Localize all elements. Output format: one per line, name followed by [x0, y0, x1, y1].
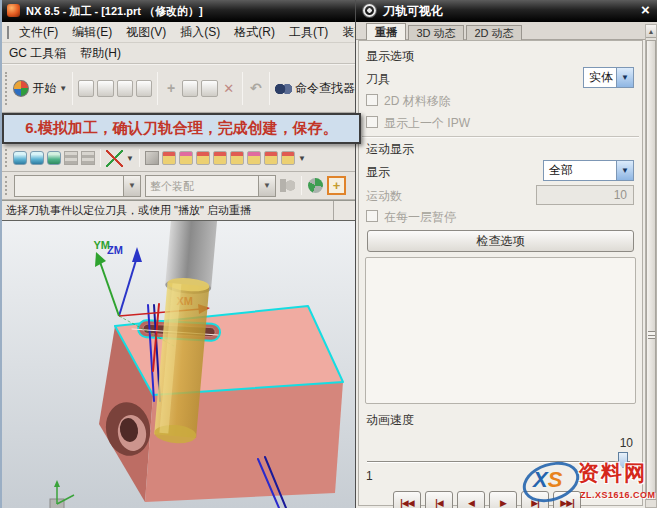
selection-bar: ▼ 整个装配 ▼ +	[2, 172, 355, 200]
generate-toolpath-icon[interactable]	[162, 151, 176, 165]
tool-display-combo[interactable]: 实体 ▼	[583, 67, 634, 88]
toolbar-grip[interactable]	[5, 176, 8, 195]
toolbar-grip[interactable]	[5, 72, 8, 105]
layers-icon[interactable]	[81, 151, 95, 165]
active-selection-icon[interactable]: +	[327, 176, 346, 195]
menu-item-format[interactable]: 格式(R)	[227, 22, 282, 43]
axis-label-ym: YM	[94, 239, 111, 251]
machine-csys-icon[interactable]	[106, 150, 123, 167]
delete-icon[interactable]: ✕	[221, 80, 237, 97]
nx-logo-icon	[7, 4, 20, 17]
snap-point-icon[interactable]	[280, 179, 295, 192]
non-cutting-moves-icon[interactable]	[230, 151, 244, 165]
tab-2d-dynamic[interactable]: 2D 动态	[466, 25, 522, 40]
menu-item-edit[interactable]: 编辑(E)	[65, 22, 119, 43]
checkbox-show-previous-ipw	[366, 116, 378, 128]
save-icon[interactable]	[117, 80, 133, 97]
workpiece-icon[interactable]	[145, 151, 159, 165]
group-animation-speed: 动画速度	[366, 412, 414, 429]
menu-item-insert[interactable]: 插入(S)	[173, 22, 227, 43]
label-pause-each-level: 在每一层暂停	[384, 209, 456, 226]
selection-filter-combo[interactable]: ▼	[14, 175, 141, 197]
go-to-start-button[interactable]: |◀◀	[393, 491, 421, 508]
command-finder-icon[interactable]	[275, 83, 292, 95]
feeds-speeds-icon[interactable]	[247, 151, 261, 165]
close-icon[interactable]: ×	[637, 2, 654, 19]
verify-toolpath-icon[interactable]	[47, 151, 61, 165]
cutting-params-icon[interactable]	[213, 151, 227, 165]
csys-dropdown-arrow[interactable]: ▼	[126, 154, 134, 163]
status-bar: 选择刀轨事件以定位刀具，或使用 "播放" 启动重播	[2, 200, 355, 221]
chevron-down-icon[interactable]: ▼	[258, 176, 275, 196]
toolbar-grip[interactable]	[5, 149, 8, 167]
start-button[interactable]: 开始	[32, 80, 56, 97]
play-forward-button[interactable]: ▶	[489, 491, 517, 508]
toolbar-separator	[139, 149, 140, 167]
tutorial-annotation-banner: 6.模拟加工，确认刀轨合理，完成创建，保存。	[2, 113, 361, 144]
more-tools-arrow[interactable]: ▼	[298, 154, 306, 163]
print-icon[interactable]	[136, 80, 152, 97]
dialog-scrollbar[interactable]: ▲	[645, 24, 657, 508]
add-icon[interactable]: +	[163, 80, 179, 97]
machine-control-icon[interactable]	[264, 151, 278, 165]
speed-min-value: 1	[366, 469, 373, 483]
scrollbar-thumb[interactable]	[646, 40, 656, 500]
toolpath-event-list[interactable]	[365, 257, 636, 404]
dialog-tabstrip: 重播 3D 动态 2D 动态	[356, 22, 657, 40]
toolbar-separator	[242, 72, 243, 105]
edit-toolpath-icon[interactable]	[179, 151, 193, 165]
operations-toolbar: ▼ ▼	[2, 144, 355, 172]
label-show-previous-ipw: 显示上一个 IPW	[384, 115, 470, 132]
dialog-titlebar[interactable]: 刀轨可视化 ×	[356, 0, 657, 22]
replay-toolpath-icon[interactable]	[30, 151, 44, 165]
chevron-down-icon[interactable]: ▼	[123, 176, 140, 196]
graphics-viewport[interactable]: ZM YM XM	[2, 221, 355, 508]
post-process-icon[interactable]	[281, 151, 295, 165]
tab-replay[interactable]: 重播	[366, 23, 406, 40]
check-options-button[interactable]: 检查选项	[367, 230, 634, 252]
menu-item-help[interactable]: 帮助(H)	[73, 43, 128, 64]
start-pinwheel-icon[interactable]	[13, 80, 29, 97]
go-to-end-button[interactable]: ▶▶|	[553, 491, 581, 508]
paste-icon[interactable]	[201, 80, 217, 97]
window-title: NX 8.5 - 加工 - [121.prt （修改的）]	[26, 0, 203, 22]
menu-item-tools[interactable]: 工具(T)	[282, 22, 335, 43]
chevron-down-icon[interactable]: ▼	[616, 161, 633, 180]
tool-display-value: 实体	[589, 68, 613, 87]
toolbar-separator	[301, 176, 302, 195]
step-forward-button[interactable]: ▶|	[521, 491, 549, 508]
play-reverse-button[interactable]: ◀	[457, 491, 485, 508]
start-dropdown-arrow[interactable]: ▼	[59, 84, 67, 93]
list-icon[interactable]	[64, 151, 78, 165]
copy-icon[interactable]	[182, 80, 198, 97]
cut-levels-icon[interactable]	[196, 151, 210, 165]
menu-item-view[interactable]: 视图(V)	[119, 22, 173, 43]
chevron-down-icon[interactable]: ▼	[616, 68, 633, 87]
selection-scope-value: 整个装配	[150, 176, 194, 196]
dialog-title: 刀轨可视化	[383, 0, 443, 22]
tab-3d-dynamic[interactable]: 3D 动态	[408, 25, 464, 40]
command-finder-button[interactable]: 命令查找器	[295, 80, 355, 97]
show-toolpath-icon[interactable]	[13, 151, 27, 165]
checkbox-pause-each-level	[366, 210, 378, 222]
open-file-icon[interactable]	[97, 80, 113, 97]
speed-slider-track[interactable]	[367, 461, 630, 463]
gear-icon[interactable]	[363, 4, 376, 17]
undo-icon[interactable]: ↶	[248, 80, 264, 97]
step-back-button[interactable]: |◀	[425, 491, 453, 508]
motion-display-value: 全部	[549, 161, 573, 180]
toolpath-visualization-dialog: 刀轨可视化 × 重播 3D 动态 2D 动态 显示选项 刀具 实体 ▼ 2D 材…	[355, 0, 657, 508]
workpiece-block	[99, 306, 343, 502]
playback-controls: |◀◀ |◀ ◀ ▶ ▶| ▶▶|	[393, 491, 581, 508]
speed-slider-thumb[interactable]	[618, 452, 628, 468]
scroll-up-icon[interactable]: ▲	[646, 25, 656, 38]
new-file-icon[interactable]	[78, 80, 94, 97]
status-prompt: 选择刀轨事件以定位刀具，或使用 "播放" 启动重播	[2, 203, 333, 218]
checkbox-2d-material-removal	[366, 94, 378, 106]
selection-scope-combo[interactable]: 整个装配 ▼	[145, 175, 276, 197]
touch-mode-icon[interactable]	[308, 178, 323, 193]
menu-item-gc-toolbox[interactable]: GC 工具箱	[2, 43, 73, 64]
toolbar-separator	[72, 72, 73, 105]
menu-item-file[interactable]: 文件(F)	[12, 22, 65, 43]
motion-display-combo[interactable]: 全部 ▼	[543, 160, 634, 181]
